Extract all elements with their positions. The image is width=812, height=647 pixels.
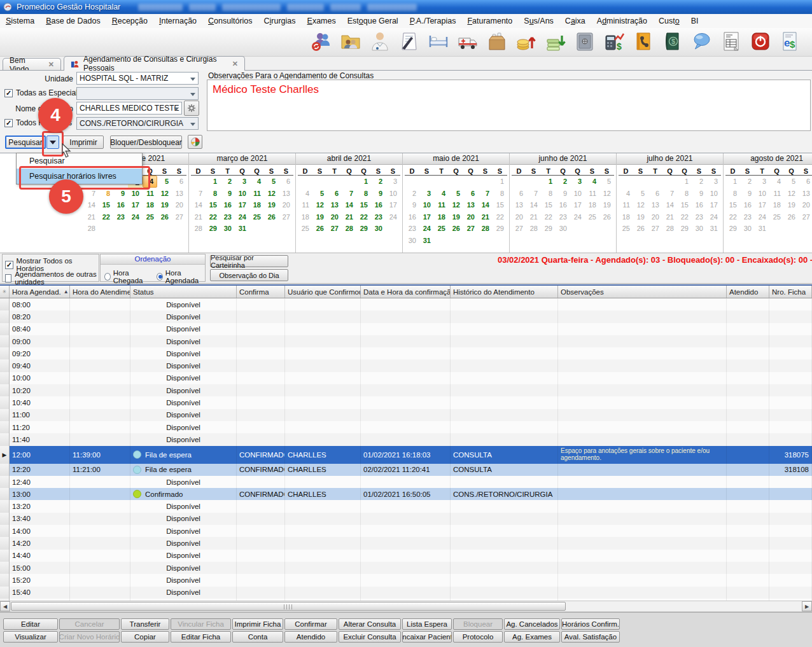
calendar-day[interactable]: 20	[463, 211, 478, 223]
calendar-day[interactable]: 3	[706, 176, 721, 188]
calendar-day[interactable]: 8	[493, 188, 507, 200]
menu-p-a-terapias[interactable]: P.A./Terapias	[404, 15, 462, 27]
calendar-day[interactable]: 11	[249, 188, 264, 200]
calendar-day[interactable]: 13	[648, 199, 662, 211]
calendar-day[interactable]: 22	[356, 211, 371, 223]
calendar-day[interactable]: 18	[143, 199, 157, 211]
table-row[interactable]: 14:20Disponível	[0, 537, 812, 549]
tab-agendamento[interactable]: Agendamento de Consultas e Cirurgias Pes…	[64, 56, 245, 71]
calendar-day[interactable]: 21	[662, 211, 677, 223]
calendar-day[interactable]: 7	[662, 188, 677, 200]
menu-faturamento[interactable]: Faturamento	[461, 15, 518, 27]
calendar-day[interactable]: 15	[206, 199, 220, 211]
calendar-day[interactable]: 1	[677, 176, 692, 188]
calendar-day[interactable]: 20	[172, 199, 186, 211]
table-row[interactable]: 08:00Disponível	[0, 298, 812, 310]
menu-sus-ans[interactable]: Sus/Ans	[518, 15, 559, 27]
scrollbar-thumb[interactable]	[11, 602, 566, 611]
calendar-day[interactable]: 30	[556, 223, 570, 235]
table-row[interactable]: 09:00Disponível	[0, 335, 812, 347]
tab-bem-vindo[interactable]: Bem Vindo ✕	[3, 58, 61, 71]
calendar-day[interactable]: 28	[662, 223, 677, 235]
calendar-day[interactable]: 13	[279, 188, 293, 200]
calendar-day[interactable]: 6	[648, 188, 662, 200]
calendar-day[interactable]: 13	[512, 199, 526, 211]
calendar-day[interactable]: 13	[327, 199, 342, 211]
ag-exames-button[interactable]: Ag. Exames	[504, 631, 560, 643]
editar-ficha-button[interactable]: Editar Ficha	[171, 631, 231, 643]
calendar-day[interactable]: 18	[298, 211, 312, 223]
calendar-day[interactable]: 25	[298, 223, 312, 235]
table-row[interactable]: 15:00Disponível	[0, 562, 812, 574]
calendar-day[interactable]: 13	[463, 199, 478, 211]
column-header-nro-ficha[interactable]: Nro. Ficha	[769, 286, 812, 298]
calendar-day[interactable]: 10	[419, 199, 434, 211]
report-form-icon[interactable]	[720, 31, 742, 52]
calendar-day[interactable]: 31	[755, 223, 769, 235]
confirmar-button[interactable]: Confirmar	[284, 618, 337, 630]
calendar-day[interactable]: 14	[526, 199, 541, 211]
calendar-day[interactable]: 30	[220, 223, 235, 235]
table-row[interactable]: 15:40Disponível	[0, 587, 812, 599]
calendar-day[interactable]: 19	[157, 199, 172, 211]
calendar-day[interactable]: 15	[356, 199, 371, 211]
power-off-icon[interactable]	[750, 31, 771, 52]
calendar-day[interactable]: 23	[740, 211, 755, 223]
prescription-icon[interactable]	[398, 31, 420, 52]
calendar-day[interactable]: 2	[371, 176, 386, 188]
table-row[interactable]: 12:40Disponível	[0, 476, 812, 488]
calendar-day[interactable]: 23	[113, 211, 128, 223]
calendar-day[interactable]: 22	[99, 211, 113, 223]
protocolo-button[interactable]: Protocolo	[453, 631, 503, 643]
calendar-day[interactable]: 9	[740, 188, 755, 200]
calendar-day[interactable]: 19	[633, 211, 648, 223]
calendar-day[interactable]: 15	[493, 199, 507, 211]
calendar-day[interactable]: 26	[264, 211, 279, 223]
calendar-day[interactable]: 3	[755, 176, 769, 188]
calendar-day[interactable]: 19	[599, 199, 614, 211]
column-header-row-indicator[interactable]: ✳	[0, 286, 10, 298]
calendar-day[interactable]: 28	[478, 223, 493, 235]
calendar-day[interactable]: 18	[619, 211, 633, 223]
calendar-day[interactable]: 23	[556, 211, 570, 223]
calendar-day[interactable]: 16	[556, 199, 570, 211]
calendar-day[interactable]: 18	[434, 211, 449, 223]
calendar-day[interactable]: 21	[342, 211, 356, 223]
calendar-day[interactable]: 7	[478, 188, 493, 200]
atendido-button[interactable]: Atendido	[284, 631, 337, 643]
calendar-day[interactable]: 11	[619, 199, 633, 211]
calendar-day[interactable]: 18	[585, 199, 599, 211]
calendar-day[interactable]: 10	[386, 188, 400, 200]
calendar-day[interactable]: 14	[478, 199, 493, 211]
calendar-day[interactable]: 2	[220, 176, 235, 188]
todas-especialidades-checkbox[interactable]: ✓ Todas as Especiali.	[4, 88, 81, 97]
calendar-day[interactable]: 29	[206, 223, 220, 235]
calendar-day[interactable]: 17	[755, 199, 769, 211]
calendar-day[interactable]: 11	[298, 199, 312, 211]
column-header-status[interactable]: Status	[130, 286, 237, 298]
conta-button[interactable]: Conta	[232, 631, 283, 643]
calendar-day[interactable]: 20	[279, 199, 293, 211]
table-row[interactable]: 12:2011:21:00Fila de esperaCONFIRMADOCHA…	[0, 464, 812, 476]
calendar-day[interactable]: 20	[648, 211, 662, 223]
calendar-day[interactable]: 2	[556, 176, 570, 188]
calendar-day[interactable]: 12	[449, 199, 463, 211]
pesquisar-button[interactable]: Pesquisar	[5, 136, 46, 149]
calendar-day[interactable]: 5	[784, 176, 799, 188]
table-row[interactable]: 11:40Disponível	[0, 433, 812, 445]
calendar-day[interactable]: 5	[599, 176, 614, 188]
e-invoice-icon[interactable]: e$	[779, 31, 801, 52]
menu-caixa[interactable]: Caixa	[559, 15, 591, 27]
calendar-day[interactable]: 1	[493, 176, 507, 188]
unidade-select[interactable]: HOSPITAL SQL - MATRIZ	[76, 72, 199, 85]
calendar-day[interactable]: 2	[740, 176, 755, 188]
calendar-day[interactable]: 24	[128, 211, 143, 223]
pesquisar-carteirinha-button[interactable]: Pesquisar por Carteirinha	[210, 255, 288, 267]
calendar-day[interactable]: 1	[356, 176, 371, 188]
calendar-day[interactable]: 27	[463, 223, 478, 235]
calendar-day[interactable]: 30	[371, 223, 386, 235]
encaixar-paciente-button[interactable]: Encaixar Paciente	[402, 631, 452, 643]
calendar-day[interactable]: 28	[191, 223, 206, 235]
sync-users-icon[interactable]	[311, 31, 332, 52]
ambulance-icon[interactable]	[457, 31, 479, 52]
